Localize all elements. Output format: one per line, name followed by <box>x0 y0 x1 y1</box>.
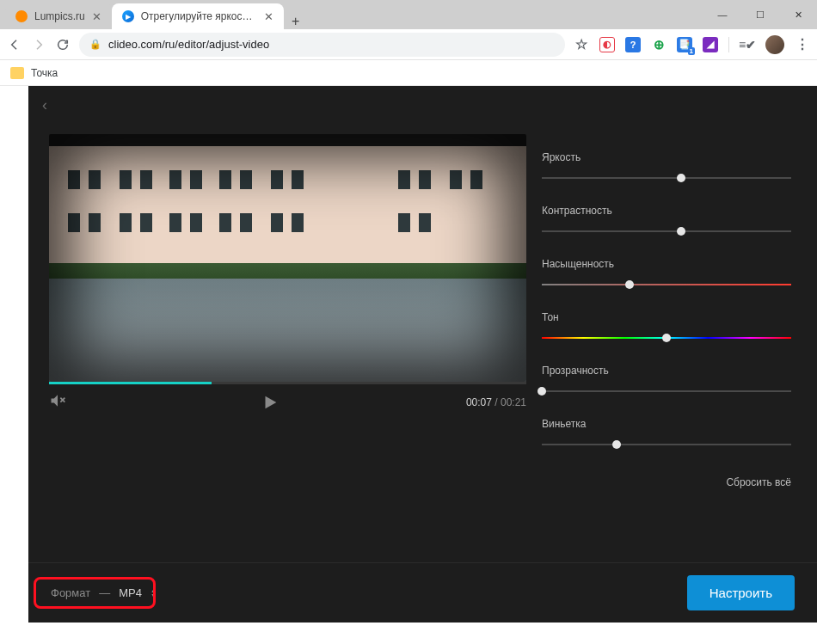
url-field[interactable]: 🔒 clideo.com/ru/editor/adjust-video <box>79 33 565 57</box>
app-footer: Формат — MP4 ▲▼ Настроить <box>28 562 817 623</box>
control-label: Насыщенность <box>542 258 791 270</box>
tab-label: Отрегулируйте яркость, контра <box>141 10 257 22</box>
format-sep: — <box>99 586 110 599</box>
close-window-button[interactable]: ✕ <box>779 0 817 29</box>
vignette-control: Виньетка <box>542 418 791 451</box>
control-label: Яркость <box>542 151 791 163</box>
video-preview[interactable] <box>49 134 526 382</box>
app2-icon[interactable]: ◢ <box>703 37 718 52</box>
reload-button[interactable] <box>55 37 71 52</box>
app-header: ‹ <box>28 86 817 124</box>
opacity-slider[interactable] <box>542 385 791 397</box>
new-tab-button[interactable]: + <box>284 14 308 29</box>
play-button[interactable] <box>261 393 280 412</box>
hue-control: Тон <box>542 311 791 344</box>
format-label: Формат <box>51 586 90 599</box>
progress-bar[interactable] <box>49 382 526 384</box>
address-bar: 🔒 clideo.com/ru/editor/adjust-video ☆ ◐ … <box>0 29 817 60</box>
adjust-controls: Яркость Контрастность Насыщенность Тон П… <box>542 124 817 562</box>
control-label: Тон <box>542 311 791 323</box>
format-selector[interactable]: Формат — MP4 ▲▼ <box>51 586 158 599</box>
window-titlebar: Lumpics.ru ✕ ▶ Отрегулируйте яркость, ко… <box>0 0 817 29</box>
tab-label: Lumpics.ru <box>34 10 85 22</box>
minimize-button[interactable]: — <box>703 0 741 29</box>
app-body: 00:07 / 00:21 Яркость Контрастность Насы… <box>28 124 817 562</box>
hue-slider[interactable] <box>542 332 791 344</box>
back-chevron-icon[interactable]: ‹ <box>42 96 47 114</box>
current-time: 00:07 <box>466 396 492 408</box>
menu-icon[interactable]: ⋮ <box>795 37 810 52</box>
globe-icon[interactable]: ⊕ <box>651 37 666 52</box>
brightness-slider[interactable] <box>542 172 791 184</box>
forward-button <box>31 37 46 52</box>
saturation-control: Насыщенность <box>542 258 791 291</box>
close-icon[interactable]: ✕ <box>92 10 101 23</box>
adblock-icon[interactable]: ◐ <box>599 37 615 52</box>
extension-icons: ☆ ◐ ? ⊕ 📑1 ◢ ≡✔ ⋮ <box>574 35 810 54</box>
bookmark-item[interactable]: Точка <box>31 67 58 79</box>
favicon-icon <box>15 10 28 22</box>
chevron-updown-icon: ▲▼ <box>150 588 158 598</box>
format-value: MP4 <box>119 586 142 599</box>
opacity-control: Прозрачность <box>542 365 791 397</box>
control-label: Контрастность <box>542 205 791 217</box>
tab-strip: Lumpics.ru ✕ ▶ Отрегулируйте яркость, ко… <box>0 0 308 29</box>
contrast-slider[interactable] <box>542 225 791 237</box>
duration: 00:21 <box>501 396 526 408</box>
apply-button[interactable]: Настроить <box>687 575 795 610</box>
help-icon[interactable]: ? <box>625 37 641 52</box>
contrast-control: Контрастность <box>542 205 791 237</box>
control-label: Виньетка <box>542 418 791 430</box>
editor-app: ‹ <box>28 86 817 623</box>
window-controls: — ☐ ✕ <box>703 0 817 29</box>
lock-icon: 🔒 <box>89 39 101 50</box>
saturation-slider[interactable] <box>542 279 791 291</box>
url-text: clideo.com/ru/editor/adjust-video <box>108 38 269 51</box>
app1-icon[interactable]: 📑1 <box>677 37 692 52</box>
browser-tab-lumpics[interactable]: Lumpics.ru ✕ <box>5 3 112 29</box>
progress-fill <box>49 382 212 384</box>
browser-tab-clideo[interactable]: ▶ Отрегулируйте яркость, контра ✕ <box>112 3 284 29</box>
time-display: 00:07 / 00:21 <box>466 396 526 408</box>
vignette-slider[interactable] <box>542 439 791 451</box>
favicon-icon: ▶ <box>122 10 134 22</box>
control-label: Прозрачность <box>542 365 791 377</box>
brightness-control: Яркость <box>542 151 791 184</box>
maximize-button[interactable]: ☐ <box>741 0 779 29</box>
close-icon[interactable]: ✕ <box>264 10 273 23</box>
divider <box>728 37 729 52</box>
bookmarks-bar: Точка <box>0 60 817 86</box>
profile-avatar[interactable] <box>765 35 784 54</box>
mute-icon[interactable] <box>49 392 75 414</box>
reset-all-link[interactable]: Сбросить всё <box>542 476 791 488</box>
preview-column: 00:07 / 00:21 <box>28 124 542 562</box>
star-icon[interactable]: ☆ <box>574 37 589 52</box>
back-button[interactable] <box>7 37 22 52</box>
folder-icon <box>10 67 24 79</box>
player-controls: 00:07 / 00:21 <box>49 384 526 420</box>
reading-list-icon[interactable]: ≡✔ <box>740 37 755 52</box>
